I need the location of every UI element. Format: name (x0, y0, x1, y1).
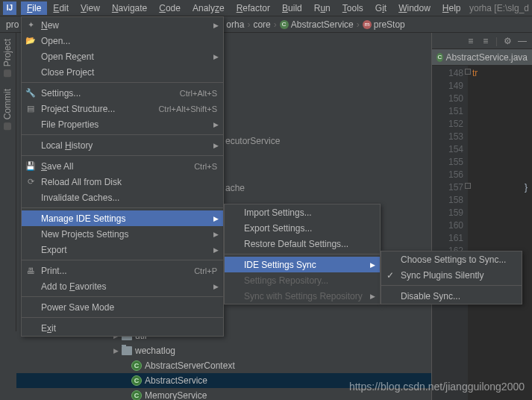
manage-ide-settings-popup: Import Settings... Export Settings... Re… (224, 204, 381, 304)
editor-gutter: 148149 150151 152153 154155 156157 15815… (432, 66, 468, 400)
menu-import-settings[interactable]: Import Settings... (225, 204, 380, 220)
tab-commit[interactable]: Commit (0, 83, 15, 136)
chevron-right-icon: ▶ (213, 283, 219, 290)
menu-export[interactable]: Export▶ (22, 242, 223, 257)
print-icon: 🖶 (25, 266, 36, 276)
menu-edit[interactable]: Edit (47, 1, 75, 15)
menu-manage-ide-settings[interactable]: Manage IDE Settings▶ (22, 210, 223, 226)
menu-settings[interactable]: 🔧Settings...Ctrl+Alt+S (22, 85, 223, 101)
chevron-right-icon: ▶ (370, 261, 375, 269)
commit-icon (4, 123, 11, 131)
menu-sync-with-repo: Sync with Settings Repository▶ (225, 288, 380, 304)
separator (22, 155, 223, 156)
menu-open-recent[interactable]: Open Recent▶ (22, 49, 223, 64)
file-menu-popup: ✦New▶ 📂Open... Open Recent▶ Close Projec… (21, 16, 224, 337)
menu-close-project[interactable]: Close Project (22, 64, 223, 80)
menu-print[interactable]: 🖶Print...Ctrl+P (22, 263, 223, 278)
separator (22, 317, 223, 318)
chevron-right-icon: ▶ (213, 246, 219, 254)
gear-icon[interactable]: ⚙ (502, 36, 513, 46)
separator (22, 134, 223, 135)
project-path-label: yorha [E:\slg_d (469, 3, 532, 13)
chevron-right-icon: ▶ (213, 142, 219, 149)
menu-tools[interactable]: Tools (337, 1, 369, 15)
breadcrumb-item[interactable]: core (253, 19, 270, 30)
menu-save-all[interactable]: 💾Save AllCtrl+S (22, 158, 223, 174)
breadcrumb-item[interactable]: CAbstractService (280, 19, 354, 30)
tree-class[interactable]: CAbstractServerContext (16, 358, 431, 373)
method-icon: m (363, 20, 372, 29)
minimize-icon[interactable]: — (517, 36, 528, 46)
menu-git[interactable]: Git (369, 1, 392, 15)
fold-marker-icon[interactable] (465, 183, 471, 189)
code-fragment: ache (225, 183, 245, 193)
chevron-right-icon: ▶ (213, 22, 219, 29)
menu-invalidate-caches[interactable]: Invalidate Caches... (22, 190, 223, 205)
fold-marker-icon[interactable] (465, 69, 471, 75)
class-icon: C (131, 360, 142, 371)
menu-reload-all[interactable]: ⟳Reload All from Disk (22, 174, 223, 190)
separator (225, 254, 380, 254)
ide-settings-sync-popup: Choose Settings to Sync... ✓Sync Plugins… (381, 251, 522, 304)
menu-build[interactable]: Build (276, 1, 308, 15)
menu-navigate[interactable]: Navigate (106, 1, 153, 15)
menu-ide-settings-sync[interactable]: IDE Settings Sync▶ (225, 257, 380, 272)
editor-tab[interactable]: C AbstractService.java (432, 49, 532, 66)
menu-view[interactable]: View (75, 1, 106, 15)
chevron-right-icon: ▶ (213, 215, 219, 222)
tree-folder[interactable]: ▶wechatlog (16, 343, 431, 358)
reload-icon: ⟳ (25, 177, 36, 187)
menu-add-favorites[interactable]: Add to Favorites▶ (22, 278, 223, 294)
menu-open[interactable]: 📂Open... (22, 33, 223, 49)
separator (22, 207, 223, 208)
chevron-right-icon: ▶ (213, 231, 219, 238)
menu-local-history[interactable]: Local History▶ (22, 137, 223, 153)
breadcrumb-item[interactable]: orha (226, 19, 244, 30)
menu-window[interactable]: Window (392, 1, 436, 15)
code-area[interactable]: tr } (468, 66, 532, 196)
open-icon: 📂 (25, 36, 36, 46)
check-icon: ✓ (387, 270, 394, 281)
code-fragment: ecutorService (225, 136, 280, 146)
separator (22, 82, 223, 83)
editor: ≡ ≡ | ⚙ — C AbstractService.java 148149 … (431, 33, 532, 400)
editor-tab-label: AbstractService.java (446, 52, 528, 63)
expand-icon[interactable]: ≡ (466, 36, 476, 46)
save-icon: 💾 (25, 161, 36, 172)
separator (22, 296, 223, 297)
structure-icon: ▤ (25, 104, 36, 114)
menu-new-projects-settings[interactable]: New Projects Settings▶ (22, 226, 223, 242)
chevron-right-icon: ▶ (113, 347, 119, 354)
chevron-right-icon: ▶ (370, 293, 375, 300)
editor-toolbar: ≡ ≡ | ⚙ — (432, 33, 532, 49)
wrench-icon: 🔧 (25, 88, 36, 99)
class-icon: C (280, 20, 289, 29)
tab-project[interactable]: Project (0, 33, 15, 83)
menu-file[interactable]: File (21, 1, 47, 15)
tree-class[interactable]: CMemoryService (16, 388, 431, 400)
menu-run[interactable]: Run (308, 1, 337, 15)
menu-export-settings[interactable]: Export Settings... (225, 220, 380, 236)
menu-power-save[interactable]: Power Save Mode (22, 299, 223, 315)
menu-file-properties[interactable]: File Properties▶ (22, 116, 223, 132)
menu-code[interactable]: Code (153, 1, 187, 15)
tree-class-selected[interactable]: CAbstractService (16, 373, 431, 388)
chevron-right-icon: › (274, 19, 277, 30)
menu-project-structure[interactable]: ▤Project Structure...Ctrl+Alt+Shift+S (22, 101, 223, 116)
breadcrumb-item[interactable]: mpreStop (363, 19, 405, 30)
separator (381, 285, 522, 286)
breadcrumb-prefix: pro (6, 19, 19, 30)
menu-choose-settings[interactable]: Choose Settings to Sync... (381, 251, 522, 267)
class-icon: C (436, 53, 443, 62)
menu-refactor[interactable]: Refactor (231, 1, 276, 15)
class-icon: C (131, 375, 142, 386)
menu-new[interactable]: ✦New▶ (22, 17, 223, 33)
menu-disable-sync[interactable]: Disable Sync... (381, 288, 522, 304)
menu-restore-default[interactable]: Restore Default Settings... (225, 236, 380, 251)
menu-sync-plugins-silently[interactable]: ✓Sync Plugins Silently (381, 267, 522, 283)
chevron-right-icon: ▶ (213, 121, 219, 128)
collapse-icon[interactable]: ≡ (481, 36, 491, 46)
menu-exit[interactable]: Exit (22, 320, 223, 336)
menu-help[interactable]: Help (436, 1, 467, 15)
menu-analyze[interactable]: Analyze (187, 1, 231, 15)
